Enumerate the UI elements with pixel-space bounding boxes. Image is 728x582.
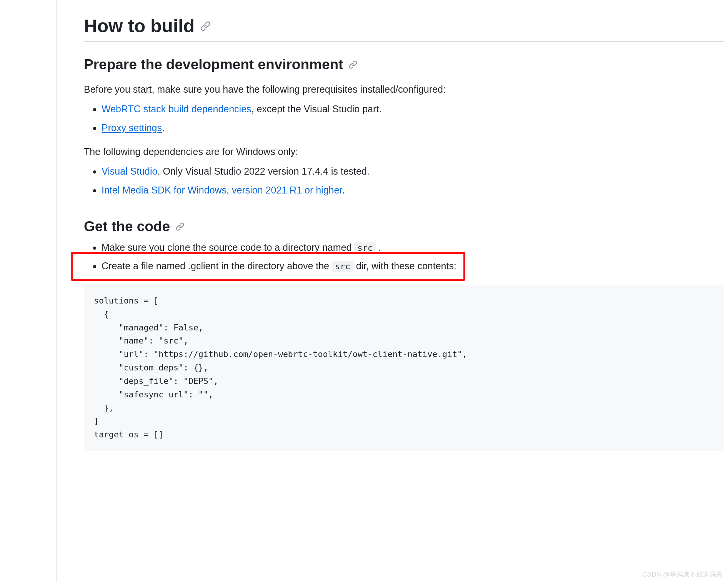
list-item: Intel Media SDK for Windows, version 202… bbox=[102, 183, 724, 198]
list-item: Visual Studio. Only Visual Studio 2022 v… bbox=[102, 164, 724, 179]
code-block-gclient: solutions = [ { "managed": False, "name"… bbox=[84, 285, 724, 451]
section-getcode-text: Get the code bbox=[84, 218, 170, 235]
webrtc-deps-link[interactable]: WebRTC stack build dependencies bbox=[102, 103, 252, 114]
proxy-tail: . bbox=[162, 122, 165, 133]
intel-tail: . bbox=[342, 185, 345, 195]
section-getcode-heading: Get the code bbox=[84, 218, 724, 235]
gclient-pre: Create a file named .gclient in the dire… bbox=[102, 260, 332, 271]
watermark-text: CSDN @等风来不如迎风去 bbox=[642, 570, 723, 579]
inline-code-src: src bbox=[354, 242, 376, 253]
vs-tail: . Only Visual Studio 2022 version 17.4.4… bbox=[157, 166, 369, 177]
page-title: How to build bbox=[84, 15, 724, 42]
para-windows-only: The following dependencies are for Windo… bbox=[84, 144, 724, 159]
link-icon[interactable] bbox=[348, 60, 358, 69]
visual-studio-link[interactable]: Visual Studio bbox=[102, 166, 157, 177]
inline-code-src: src bbox=[332, 261, 353, 272]
list-item: Make sure you clone the source code to a… bbox=[102, 240, 724, 255]
webrtc-tail: , except the Visual Studio part. bbox=[252, 103, 382, 114]
intel-media-sdk-link[interactable]: Intel Media SDK for Windows, version 202… bbox=[102, 185, 342, 195]
section-prepare-text: Prepare the development environment bbox=[84, 57, 343, 73]
list-item: Proxy settings. bbox=[102, 120, 724, 135]
page-title-text: How to build bbox=[84, 15, 195, 37]
page-root: How to build Prepare the development env… bbox=[0, 0, 728, 582]
link-icon[interactable] bbox=[175, 222, 185, 231]
getcode-list: Make sure you clone the source code to a… bbox=[84, 240, 724, 274]
para-before-start: Before you start, make sure you have the… bbox=[84, 82, 724, 97]
list-item: Create a file named .gclient in the dire… bbox=[102, 258, 724, 273]
link-icon[interactable] bbox=[200, 21, 211, 32]
gclient-post: dir, with these contents: bbox=[353, 260, 456, 271]
section-prepare-heading: Prepare the development environment bbox=[84, 57, 724, 73]
list-item: WebRTC stack build dependencies, except … bbox=[102, 102, 724, 117]
prereq-list: WebRTC stack build dependencies, except … bbox=[84, 102, 724, 135]
proxy-settings-link[interactable]: Proxy settings bbox=[102, 122, 162, 133]
clone-pre: Make sure you clone the source code to a… bbox=[102, 242, 354, 253]
windows-list: Visual Studio. Only Visual Studio 2022 v… bbox=[84, 164, 724, 198]
left-vertical-rule bbox=[56, 0, 57, 582]
clone-post: . bbox=[376, 242, 381, 253]
document-content: How to build Prepare the development env… bbox=[84, 15, 728, 451]
